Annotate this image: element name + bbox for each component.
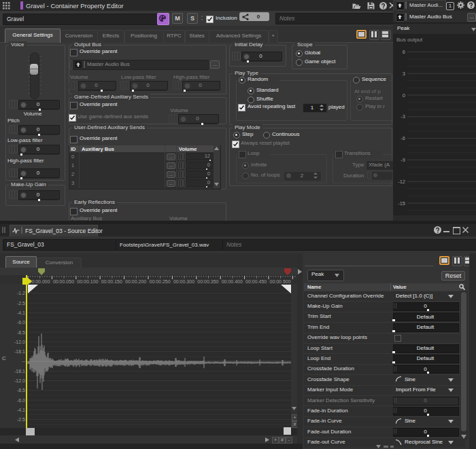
svg-text:6: 6	[403, 49, 405, 55]
svg-text:-12: -12	[398, 179, 405, 185]
svg-text:-15: -15	[398, 200, 405, 206]
svg-text:-3: -3	[401, 113, 405, 120]
svg-text:-6: -6	[401, 135, 405, 141]
svg-text:0: 0	[403, 92, 405, 98]
svg-text:3: 3	[403, 71, 405, 77]
svg-text:-9: -9	[401, 157, 405, 163]
